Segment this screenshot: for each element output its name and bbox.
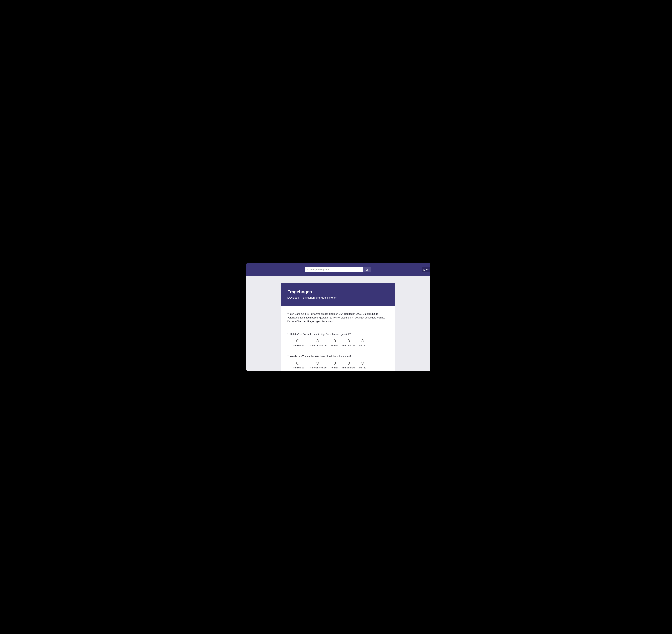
likert-option: Trifft eher nicht zu <box>308 362 326 369</box>
likert-option: Neutral <box>331 339 338 347</box>
radio-button[interactable] <box>361 362 364 365</box>
search-icon <box>366 268 368 271</box>
header-bar: DE <box>246 263 430 276</box>
question-text: 1. Hat der/die DozentIn das richtige Spr… <box>287 333 389 336</box>
likert-option: Trifft eher zu <box>342 362 354 369</box>
form-title: Fragebogen <box>287 289 389 294</box>
svg-line-1 <box>367 270 368 271</box>
form-body: Vielen Dank für Ihre Teilnahme an den di… <box>281 306 395 371</box>
question-block: 2. Wurde das Thema des Webinars hinreich… <box>287 355 389 369</box>
search-container <box>305 267 371 272</box>
search-input[interactable] <box>305 267 363 272</box>
screen: DE Fragebogen LANcloud - Funktionen und … <box>246 263 430 371</box>
form-header: Fragebogen LANcloud - Funktionen und Mög… <box>281 283 395 306</box>
radio-button[interactable] <box>333 362 336 365</box>
likert-label: Trifft zu <box>359 366 366 369</box>
likert-row: Trifft nicht zuTrifft eher nicht zuNeutr… <box>287 362 389 369</box>
form-subtitle: LANcloud - Funktionen und Möglichkeiten <box>287 296 389 299</box>
radio-button[interactable] <box>347 362 350 365</box>
language-code: DE <box>426 269 429 271</box>
svg-point-0 <box>366 269 368 270</box>
likert-row: Trifft nicht zuTrifft eher nicht zuNeutr… <box>287 339 389 347</box>
globe-icon <box>423 269 425 271</box>
radio-button[interactable] <box>296 339 299 342</box>
likert-label: Trifft eher nicht zu <box>308 366 326 369</box>
likert-option: Trifft nicht zu <box>292 362 304 369</box>
likert-label: Trifft zu <box>359 344 366 347</box>
question-text: 2. Wurde das Thema des Webinars hinreich… <box>287 355 389 358</box>
likert-label: Trifft nicht zu <box>292 344 304 347</box>
search-button[interactable] <box>363 267 371 272</box>
radio-button[interactable] <box>316 339 319 342</box>
radio-button[interactable] <box>316 362 319 365</box>
likert-option: Trifft eher nicht zu <box>308 339 326 347</box>
likert-label: Trifft eher nicht zu <box>308 344 326 347</box>
radio-button[interactable] <box>333 339 336 342</box>
likert-label: Neutral <box>331 344 338 347</box>
likert-option: Trifft nicht zu <box>292 339 304 347</box>
language-selector[interactable]: DE <box>422 267 430 272</box>
likert-option: Trifft zu <box>359 362 366 369</box>
likert-option: Neutral <box>331 362 338 369</box>
radio-button[interactable] <box>347 339 350 342</box>
likert-label: Neutral <box>331 366 338 369</box>
radio-button[interactable] <box>296 362 299 365</box>
likert-label: Trifft nicht zu <box>292 366 304 369</box>
likert-label: Trifft eher zu <box>342 344 354 347</box>
content-area: Fragebogen LANcloud - Funktionen und Mög… <box>246 276 430 371</box>
form-card: Fragebogen LANcloud - Funktionen und Mög… <box>281 283 395 371</box>
likert-option: Trifft eher zu <box>342 339 354 347</box>
device-frame: DE Fragebogen LANcloud - Funktionen und … <box>242 259 430 375</box>
radio-button[interactable] <box>361 339 364 342</box>
likert-label: Trifft eher zu <box>342 366 354 369</box>
intro-text: Vielen Dank für Ihre Teilnahme an den di… <box>287 312 389 323</box>
question-block: 1. Hat der/die DozentIn das richtige Spr… <box>287 333 389 347</box>
likert-option: Trifft zu <box>359 339 366 347</box>
